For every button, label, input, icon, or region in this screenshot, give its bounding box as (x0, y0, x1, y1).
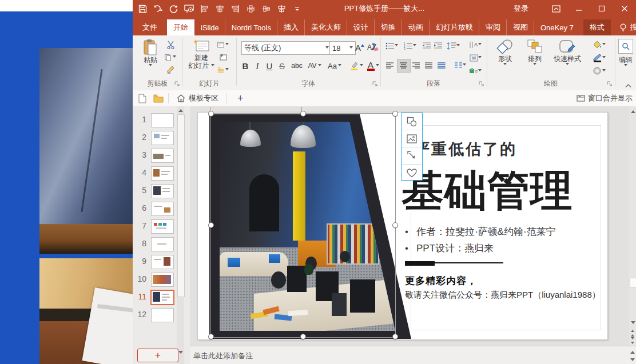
notes-pane[interactable]: 单击此处添加备注 (190, 346, 636, 364)
thumbnail-scrollbar[interactable] (177, 106, 184, 364)
clear-formatting-button[interactable] (369, 41, 379, 54)
text-highlight-button[interactable] (349, 59, 364, 72)
shadow-strike-button[interactable]: S (277, 59, 287, 72)
slide-11-thumbnail-selected[interactable] (150, 290, 174, 305)
tab-slideshow[interactable]: 幻灯片放映 (430, 19, 479, 35)
copy-icon[interactable] (165, 51, 176, 63)
align-middle-icon[interactable] (261, 3, 271, 14)
font-dialog-launcher[interactable] (372, 81, 378, 87)
canvas-vertical-scrollbar[interactable] (629, 106, 636, 346)
line-spacing-button[interactable] (445, 40, 461, 51)
thumbnail-scrollbar-thumb[interactable] (177, 114, 185, 297)
format-painter-icon[interactable] (165, 64, 176, 75)
slide-3-thumbnail[interactable] (151, 149, 174, 163)
arrange-button[interactable]: 排列 (522, 39, 548, 67)
align-right-button[interactable] (411, 59, 422, 72)
align-center-icon[interactable] (214, 3, 225, 14)
shape-outline-button[interactable] (589, 52, 609, 63)
shapes-button[interactable]: 形状 (492, 39, 518, 67)
grow-font-button[interactable]: A (355, 41, 365, 54)
open-folder-icon[interactable] (153, 94, 164, 103)
notes-placeholder[interactable]: 单击此处添加备注 (193, 351, 253, 361)
selection-handle-top-left[interactable] (208, 111, 214, 117)
selection-handle-bottom-left[interactable] (208, 334, 214, 339)
slide-more-title[interactable]: 更多精彩内容， (405, 274, 477, 287)
distribute-text-button[interactable] (436, 59, 447, 72)
clipboard-dialog-launcher[interactable] (174, 81, 180, 87)
section-icon[interactable] (217, 64, 229, 75)
insert-picture-icon[interactable] (402, 130, 422, 147)
save-icon[interactable] (137, 3, 148, 14)
numbering-button[interactable]: 123 (403, 40, 418, 51)
new-slide-button[interactable]: 新建 幻灯片 (188, 39, 215, 70)
justify-button[interactable] (423, 59, 435, 72)
insert-export-icon[interactable] (402, 147, 422, 165)
slide-6-thumbnail[interactable] (151, 202, 174, 216)
office-photo[interactable] (220, 122, 395, 331)
undo-icon[interactable] (153, 3, 163, 14)
favorite-heart-icon[interactable] (402, 165, 422, 181)
quick-styles-button[interactable]: 快速样式 (550, 39, 585, 67)
distribute-vertical-icon[interactable] (276, 3, 287, 14)
slide-4-thumbnail[interactable] (151, 166, 174, 181)
drawing-dialog-launcher[interactable] (606, 81, 613, 87)
decrease-indent-icon[interactable] (421, 40, 432, 51)
tab-transitions[interactable]: 切换 (375, 19, 402, 35)
align-right-icon[interactable] (230, 3, 240, 14)
editing-button[interactable]: 编辑 (617, 39, 635, 68)
slide-7-thumbnail[interactable] (151, 219, 174, 234)
convert-smartart-button[interactable] (467, 65, 484, 77)
reset-slide-icon[interactable] (217, 51, 229, 63)
document-tab-template-zone[interactable]: 模板专区 (173, 91, 222, 106)
minimize-button[interactable] (567, 0, 590, 17)
underline-button[interactable]: U (264, 59, 275, 72)
align-left-button[interactable] (384, 59, 396, 72)
selection-handle-top-center[interactable] (300, 111, 306, 117)
tab-islide[interactable]: iSlide (194, 19, 225, 35)
font-size-combo[interactable]: 18 (329, 41, 356, 55)
selection-handle-bottom-right[interactable] (392, 334, 398, 339)
notes-scroll-down-icon[interactable] (629, 356, 636, 363)
align-center-button[interactable] (397, 59, 411, 73)
slide-bullet-list[interactable]: •作者：拉斐拉·萨顿&约翰·范莱宁 •PPT设计：燕归来 (405, 223, 556, 257)
slide-8-thumbnail[interactable] (151, 237, 174, 251)
close-button[interactable] (613, 0, 636, 17)
paste-button[interactable]: 粘贴 (138, 39, 162, 68)
text-direction-button[interactable]: A (467, 39, 484, 50)
redo-icon[interactable] (168, 3, 178, 14)
tab-insert[interactable]: 插入 (277, 19, 305, 35)
canvas-scroll-up-icon[interactable] (629, 107, 636, 115)
tab-file[interactable]: 文件 (136, 19, 164, 35)
slide-layout-icon[interactable] (217, 39, 229, 50)
paragraph-dialog-launcher[interactable] (478, 81, 484, 87)
canvas-scroll-down-icon[interactable] (629, 319, 636, 326)
collapse-ribbon-icon[interactable] (625, 83, 631, 88)
canvas-scrollbar-thumb[interactable] (630, 278, 636, 288)
ribbon-display-options-icon[interactable] (544, 0, 567, 17)
character-spacing-button[interactable]: AV (308, 59, 321, 72)
columns-button[interactable] (452, 59, 468, 71)
selection-handle-middle-right[interactable] (392, 222, 398, 228)
previous-slide-button[interactable] (629, 328, 636, 336)
tab-format[interactable]: 格式 (583, 19, 611, 35)
tab-view[interactable]: 视图 (507, 19, 534, 35)
maximize-button[interactable] (590, 0, 613, 17)
slide-9-thumbnail[interactable] (151, 255, 174, 269)
bold-button[interactable]: B (240, 59, 251, 72)
tab-animations[interactable]: 动画 (402, 19, 430, 35)
bullets-button[interactable] (384, 40, 399, 51)
slide-more-text[interactable]: 敬请关注微信公众号：燕归来PPT（liuyanlai1988） (405, 290, 601, 301)
selection-handle-top-right[interactable] (392, 111, 398, 117)
slide-2-thumbnail[interactable] (151, 131, 174, 145)
selection-handle-bottom-center[interactable] (300, 334, 306, 339)
shape-effects-button[interactable] (589, 65, 609, 77)
font-name-combo[interactable]: 等线 (正文) (241, 41, 332, 55)
slide-12-thumbnail[interactable] (151, 308, 174, 322)
align-text-button[interactable] (467, 52, 484, 63)
next-slide-button[interactable] (629, 337, 636, 345)
insert-shape-icon[interactable] (402, 113, 422, 130)
tab-home[interactable]: 开始 (167, 19, 194, 35)
change-case-button[interactable]: Aa (327, 59, 342, 72)
slideshow-from-start-icon[interactable] (184, 3, 194, 14)
add-document-tab-button[interactable]: + (232, 93, 249, 105)
